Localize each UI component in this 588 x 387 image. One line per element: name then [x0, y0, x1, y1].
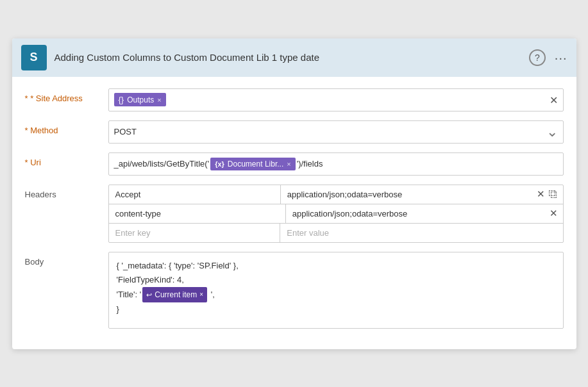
- header-actions: ? ···: [529, 49, 567, 66]
- site-address-label: * * Site Address: [25, 88, 108, 103]
- current-item-icon: ↩: [146, 289, 152, 301]
- help-button[interactable]: ?: [529, 49, 546, 66]
- headers-key-2: content-type: [109, 204, 286, 223]
- uri-prefix: _api/web/lists/GetByTitle(': [114, 159, 210, 169]
- method-dropdown-button[interactable]: ⌄: [546, 124, 558, 140]
- headers-actions-2: ✕: [544, 208, 563, 219]
- headers-row-2: content-type application/json;odata=verb…: [109, 204, 563, 224]
- outputs-token-close[interactable]: ×: [157, 96, 161, 104]
- body-label: Body: [25, 252, 108, 267]
- site-address-input[interactable]: {} Outputs × ✕: [108, 88, 564, 111]
- main-card: S Adding Custom Columns to Custom Docume…: [12, 38, 576, 349]
- headers-copy-1[interactable]: ⿻: [549, 189, 558, 199]
- body-line4: }: [117, 302, 555, 317]
- uri-label: * Uri: [25, 152, 108, 167]
- current-item-label: Current item: [155, 288, 197, 301]
- method-row: * Method POST ⌄: [25, 120, 564, 144]
- headers-row-empty: Enter key Enter value: [109, 224, 563, 242]
- body-field[interactable]: { '_metadata': { 'type': 'SP.Field' }, '…: [108, 252, 564, 329]
- uri-field[interactable]: _api/web/lists/GetByTitle(' {x} Document…: [108, 152, 564, 176]
- app-icon: S: [21, 45, 47, 70]
- headers-table: Accept application/json;odata=verbose ✕ …: [108, 185, 564, 243]
- more-options-button[interactable]: ···: [555, 51, 567, 64]
- headers-val-placeholder[interactable]: Enter value: [280, 224, 530, 242]
- body-row: Body { '_metadata': { 'type': 'SP.Field'…: [25, 252, 564, 329]
- headers-actions-1: ✕ ⿻: [532, 188, 563, 200]
- method-value: POST: [114, 127, 137, 136]
- headers-val-1: application/json;odata=verbose: [281, 185, 532, 204]
- body-line2: 'FieldTypeKind': 4,: [117, 273, 555, 287]
- headers-label: Headers: [25, 185, 108, 199]
- uri-token-close[interactable]: ×: [287, 160, 290, 168]
- uri-token[interactable]: {x} Document Libr... ×: [210, 158, 296, 170]
- current-item-token-close[interactable]: ×: [199, 289, 203, 300]
- uri-suffix: ')/fields: [297, 159, 323, 169]
- headers-val-2: application/json;odata=verbose: [286, 204, 544, 223]
- headers-delete-1[interactable]: ✕: [537, 188, 545, 200]
- body-line3: 'Title': ' ↩ Current item × ',: [117, 287, 555, 302]
- form-body: * * Site Address {} Outputs × ✕ * Method: [12, 77, 576, 349]
- site-address-row: * * Site Address {} Outputs × ✕: [25, 88, 564, 111]
- method-label: * Method: [25, 120, 108, 135]
- card-header: S Adding Custom Columns to Custom Docume…: [12, 38, 576, 77]
- token-curly-icon: {}: [119, 95, 124, 104]
- current-item-token[interactable]: ↩ Current item ×: [142, 287, 207, 302]
- uri-token-icon: {x}: [215, 160, 224, 168]
- site-address-clear-button[interactable]: ✕: [550, 94, 558, 106]
- headers-row-1: Accept application/json;odata=verbose ✕ …: [109, 185, 563, 204]
- outputs-token[interactable]: {} Outputs ×: [114, 93, 166, 106]
- body-textarea[interactable]: { '_metadata': { 'type': 'SP.Field' }, '…: [108, 252, 564, 329]
- headers-delete-2[interactable]: ✕: [550, 208, 558, 219]
- body-line3-prefix: 'Title': ': [117, 289, 142, 299]
- body-line3-suffix: ',: [208, 289, 215, 299]
- card-title: Adding Custom Columns to Custom Document…: [55, 52, 521, 63]
- method-select[interactable]: POST ⌄: [108, 120, 564, 144]
- headers-key-placeholder[interactable]: Enter key: [109, 224, 281, 242]
- site-address-field[interactable]: {} Outputs × ✕: [108, 88, 564, 111]
- method-field[interactable]: POST ⌄: [108, 120, 564, 144]
- uri-input[interactable]: _api/web/lists/GetByTitle(' {x} Document…: [108, 152, 564, 176]
- uri-row: * Uri _api/web/lists/GetByTitle(' {x} Do…: [25, 152, 564, 176]
- headers-field: Accept application/json;odata=verbose ✕ …: [108, 185, 564, 243]
- body-line1: { '_metadata': { 'type': 'SP.Field' },: [117, 259, 555, 273]
- headers-key-1: Accept: [109, 185, 281, 204]
- headers-row: Headers Accept application/json;odata=ve…: [25, 185, 564, 243]
